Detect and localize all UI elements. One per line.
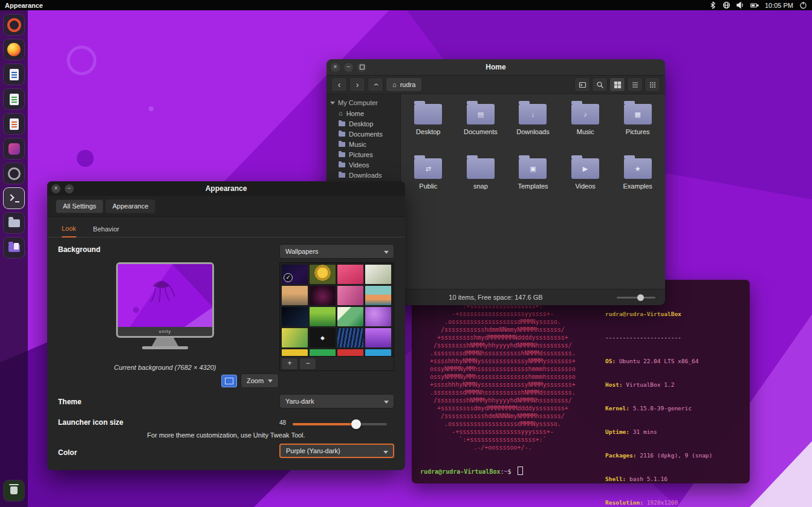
files-toolbar: ‹ › › ⌂ rudra	[326, 76, 665, 94]
home-icon: ⌂	[339, 111, 343, 116]
all-settings-button[interactable]: All Settings	[56, 199, 103, 213]
terminal-window[interactable]: .-/+oossssoo+/-. `:+ssssssssssssssssss+:…	[412, 280, 750, 483]
app-center-icon	[8, 143, 20, 155]
tweak-tool-note: For more theme customization, use Unity …	[47, 431, 405, 439]
zoom-dropdown[interactable]: Zoom	[241, 373, 279, 388]
folder-pictures[interactable]: ▦Pictures	[611, 99, 664, 153]
tab-behavior[interactable]: Behavior	[93, 225, 119, 237]
slider-fill	[293, 423, 356, 425]
color-label: Color	[58, 448, 77, 457]
wallpaper-thumbnail[interactable]	[310, 307, 336, 326]
dock-item-settings[interactable]	[4, 163, 24, 184]
appearance-button[interactable]: Appearance	[105, 199, 155, 213]
color-dropdown[interactable]: Purple (Yaru-dark)	[279, 444, 394, 458]
launcher-icon-size-slider[interactable]	[293, 423, 387, 425]
grid-view-icon[interactable]	[609, 77, 625, 92]
breadcrumb[interactable]: ⌂ rudra	[386, 77, 422, 92]
battery-icon[interactable]	[750, 2, 759, 9]
volume-icon[interactable]	[736, 1, 744, 9]
sidebar-item-downloads[interactable]: Downloads	[326, 170, 400, 180]
clock[interactable]: 10:05 PM	[765, 2, 793, 9]
back-button[interactable]: ‹	[331, 77, 347, 92]
sidebar-item-home[interactable]: ⌂Home	[326, 108, 400, 118]
terminal-cursor	[518, 467, 523, 475]
terminal-icon	[8, 194, 19, 202]
search-icon[interactable]	[592, 77, 608, 92]
tab-look[interactable]: Look	[62, 225, 76, 237]
folder-documents[interactable]: ▤Documents	[455, 99, 507, 153]
dock-item-libreoffice-impress[interactable]	[4, 114, 24, 134]
dock-item-terminal[interactable]	[4, 188, 24, 208]
wallpaper-thumbnail[interactable]	[337, 349, 363, 357]
folder-desktop[interactable]: Desktop	[402, 99, 455, 153]
sidebar-item-documents[interactable]: Documents	[326, 129, 400, 139]
sidebar-item-videos[interactable]: Videos	[326, 160, 400, 170]
add-wallpaper-button[interactable]: +	[281, 358, 298, 370]
wallpaper-thumbnail[interactable]	[365, 307, 391, 326]
power-icon[interactable]	[799, 1, 807, 9]
wallpaper-thumbnail[interactable]	[310, 286, 336, 305]
remove-wallpaper-button[interactable]: −	[299, 358, 316, 370]
dock-item-app-center[interactable]	[4, 138, 24, 159]
wallpaper-thumbnail[interactable]	[337, 265, 363, 284]
wallpaper-thumbnail[interactable]	[282, 307, 308, 326]
active-app-name[interactable]: Appearance	[5, 2, 43, 9]
wallpaper-thumbnail[interactable]: ◆	[310, 328, 336, 347]
home-icon: ⌂	[392, 81, 397, 88]
zoom-slider-knob[interactable]	[637, 294, 644, 301]
wallpaper-thumbnail-selected[interactable]: ✓	[282, 265, 308, 284]
folder-public[interactable]: ⇄Public	[402, 153, 455, 208]
network-globe-icon[interactable]	[723, 1, 730, 9]
wallpaper-thumbnail[interactable]	[282, 349, 308, 357]
wallpaper-thumbnail[interactable]	[337, 328, 363, 347]
wallpaper-thumbnail[interactable]	[337, 307, 363, 326]
terminal-prompt[interactable]: rudra@rudra-VirtualBox:~$	[420, 467, 523, 475]
up-button[interactable]: ›	[368, 77, 383, 92]
folder-videos[interactable]: ▶Videos	[559, 153, 612, 208]
zoom-slider[interactable]	[617, 297, 655, 299]
wallpaper-thumbnail[interactable]	[282, 328, 308, 347]
folder-snap[interactable]: snap	[455, 153, 507, 208]
folder-music[interactable]: ♪Music	[559, 99, 612, 153]
dock-item-trash[interactable]	[4, 480, 24, 501]
folder-icon	[339, 142, 345, 147]
wallpaper-thumbnail[interactable]	[310, 349, 336, 357]
sidebar-item-pictures[interactable]: Pictures	[326, 149, 400, 160]
diamond-icon: ◆	[310, 328, 336, 347]
image-picker-button[interactable]	[221, 375, 237, 387]
wallpaper-thumbnail[interactable]	[365, 286, 391, 305]
wallpaper-thumbnail[interactable]	[365, 265, 391, 284]
folder-examples[interactable]: ★Examples	[611, 153, 664, 208]
folder-icon	[8, 219, 20, 227]
open-terminal-icon[interactable]	[574, 77, 590, 92]
wallpaper-thumbnail[interactable]	[365, 349, 391, 357]
dock-item-files[interactable]	[4, 213, 24, 233]
dock-item-firefox[interactable]	[4, 39, 24, 60]
folder-icon: ★	[624, 158, 652, 179]
wallpaper-thumbnail[interactable]	[310, 265, 336, 284]
dock-item-ubuntu-settings[interactable]	[4, 15, 24, 35]
bluetooth-icon[interactable]	[709, 1, 716, 9]
forward-button[interactable]: ›	[349, 77, 365, 92]
wallpaper-thumbnail[interactable]	[365, 328, 391, 347]
files-titlebar[interactable]: × − Home	[326, 59, 665, 76]
appearance-titlebar[interactable]: × − Appearance	[47, 181, 405, 196]
sidebar-root[interactable]: My Computer	[326, 97, 400, 108]
folder-downloads[interactable]: ↓Downloads	[507, 99, 559, 153]
dock-item-libreoffice-calc[interactable]	[4, 89, 24, 109]
sidebar-item-desktop[interactable]: Desktop	[326, 118, 400, 129]
folder-icon	[339, 152, 345, 157]
list-view-icon[interactable]	[627, 77, 643, 92]
wallpapers-dropdown[interactable]: Wallpapers	[279, 244, 394, 259]
slider-knob[interactable]	[351, 419, 361, 429]
folder-templates[interactable]: ▣Templates	[507, 153, 559, 208]
theme-dropdown[interactable]: Yaru-dark	[279, 394, 394, 409]
wallpaper-thumbnail[interactable]	[282, 286, 308, 305]
wallpaper-thumbnail[interactable]	[337, 286, 363, 305]
dock-item-file-manager[interactable]	[4, 237, 24, 258]
dock-item-libreoffice-writer[interactable]	[4, 64, 24, 85]
menu-grid-icon[interactable]	[645, 77, 660, 92]
chevron-down-icon	[384, 251, 389, 254]
sidebar-item-music[interactable]: Music	[326, 139, 400, 149]
image-icon	[225, 378, 233, 384]
